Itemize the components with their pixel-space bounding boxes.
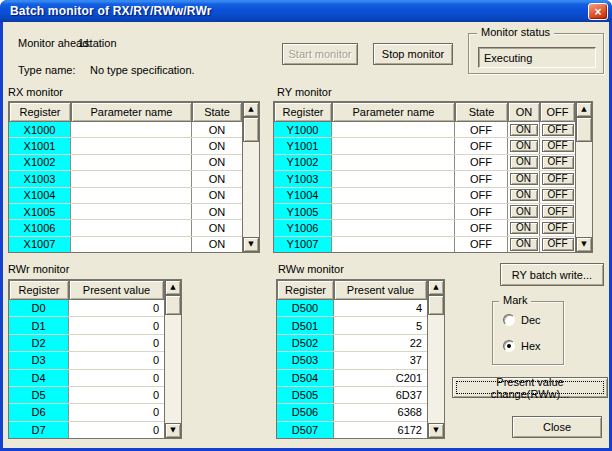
rwr-present-value-cell: 0	[69, 317, 164, 333]
ry-column-header-parameter-name: Parameter name	[332, 102, 455, 122]
ry-off-button[interactable]: OFF	[542, 205, 574, 217]
rx-parameter-cell	[71, 237, 192, 252]
hex-radio-button[interactable]	[503, 340, 515, 352]
present-value-change-label: Present value change(RWw)...	[456, 381, 604, 394]
mark-option-hex[interactable]: Hex	[503, 340, 541, 352]
ry-off-button[interactable]: OFF	[542, 173, 574, 185]
ry-scroll-up-button[interactable]: ▲	[576, 102, 592, 117]
ry-column-header-on: ON	[508, 102, 540, 122]
rx-state-cell: ON	[192, 188, 242, 203]
close-dialog-button[interactable]: Close	[512, 416, 602, 438]
ry-off-button[interactable]: OFF	[542, 124, 574, 136]
ry-on-button[interactable]: ON	[510, 156, 538, 168]
dec-radio-label: Dec	[521, 314, 541, 326]
ry-scroll-down-button[interactable]: ▼	[576, 237, 592, 252]
monitor-ahead-value: 1station	[78, 37, 117, 49]
rx-register-cell: X1002	[9, 155, 71, 170]
rwr-scrollbar-thumb[interactable]	[165, 295, 181, 315]
stop-monitor-button[interactable]: Stop monitor	[373, 43, 453, 65]
rx-monitor-table: Register Parameter name State X1000ONX10…	[8, 101, 260, 253]
ry-on-button[interactable]: ON	[510, 124, 538, 136]
ry-off-button[interactable]: OFF	[542, 222, 574, 234]
mark-option-dec[interactable]: Dec	[503, 314, 541, 326]
rwr-scroll-up-button[interactable]: ▲	[165, 280, 181, 295]
ry-on-button[interactable]: ON	[510, 173, 538, 185]
rwr-scrollbar[interactable]: ▲ ▼	[164, 280, 181, 438]
ry-batch-write-button[interactable]: RY batch write...	[500, 263, 604, 286]
mark-group: Mark Dec Hex	[492, 301, 564, 365]
mark-group-label: Mark	[499, 294, 531, 306]
ry-on-cell: ON	[508, 138, 540, 153]
ry-register-cell: Y1003	[274, 171, 332, 186]
rwr-present-value-cell: 0	[69, 300, 164, 316]
ry-on-button[interactable]: ON	[510, 222, 538, 234]
scroll-down-icon: ▼	[581, 241, 586, 248]
rww-present-value-cell: 6172	[334, 422, 427, 438]
rww-present-value-cell: 37	[334, 352, 427, 368]
table-row: D5066368	[277, 404, 427, 421]
ry-off-button[interactable]: OFF	[542, 156, 574, 168]
table-row: D50	[9, 387, 164, 404]
rww-register-cell: D506	[277, 404, 334, 420]
rww-present-value-cell: 6D37	[334, 387, 427, 403]
present-value-change-button[interactable]: Present value change(RWw)...	[452, 377, 608, 398]
rww-scrollbar-thumb[interactable]	[428, 295, 444, 315]
titlebar[interactable]: Batch monitor of RX/RY/RWw/RWr ×	[0, 0, 612, 22]
rwr-scroll-down-button[interactable]: ▼	[165, 423, 181, 438]
ry-on-button[interactable]: ON	[510, 189, 538, 201]
rww-register-cell: D501	[277, 317, 334, 333]
table-row: D10	[9, 317, 164, 334]
rx-scroll-up-button[interactable]: ▲	[243, 102, 259, 117]
ry-on-button[interactable]: ON	[510, 205, 538, 217]
ry-on-button[interactable]: ON	[510, 140, 538, 152]
ry-off-button[interactable]: OFF	[542, 189, 574, 201]
rww-scrollbar[interactable]: ▲ ▼	[427, 280, 444, 438]
rwr-register-cell: D5	[9, 387, 69, 403]
rx-register-cell: X1001	[9, 138, 71, 153]
ry-scrollbar-thumb[interactable]	[576, 117, 592, 142]
rwr-register-cell: D3	[9, 352, 69, 368]
ry-on-cell: ON	[508, 188, 540, 203]
dec-radio-button[interactable]	[503, 314, 515, 326]
table-row: D30	[9, 352, 164, 369]
ry-parameter-cell	[332, 138, 455, 153]
rwr-register-cell: D2	[9, 335, 69, 351]
ry-on-cell: ON	[508, 237, 540, 252]
ry-off-cell: OFF	[540, 122, 575, 137]
rx-scrollbar-thumb[interactable]	[243, 117, 259, 142]
rx-scrollbar[interactable]: ▲ ▼	[242, 102, 259, 252]
monitor-status-group-label: Monitor status	[477, 26, 554, 38]
rww-present-value-cell: 6368	[334, 404, 427, 420]
ry-on-button[interactable]: ON	[510, 238, 538, 250]
table-row: D5076172	[277, 422, 427, 438]
rx-parameter-cell	[71, 188, 192, 203]
close-button[interactable]: ×	[588, 3, 608, 20]
rx-scroll-down-button[interactable]: ▼	[243, 237, 259, 252]
rx-parameter-cell	[71, 138, 192, 153]
ry-register-cell: Y1005	[274, 204, 332, 219]
rwr-present-value-cell: 0	[69, 335, 164, 351]
ry-scrollbar[interactable]: ▲ ▼	[575, 102, 592, 252]
start-monitor-button[interactable]: Start monitor	[282, 43, 358, 65]
rww-scroll-down-button[interactable]: ▼	[428, 423, 444, 438]
ry-off-button[interactable]: OFF	[542, 238, 574, 250]
table-row: D70	[9, 422, 164, 438]
rwr-column-header-register: Register	[9, 280, 69, 300]
table-row: X1004ON	[9, 188, 242, 204]
scroll-up-icon: ▲	[581, 106, 586, 113]
ry-on-cell: ON	[508, 155, 540, 170]
rwr-register-cell: D4	[9, 370, 69, 386]
table-row: D50222	[277, 335, 427, 352]
table-row: D40	[9, 370, 164, 387]
rx-parameter-cell	[71, 220, 192, 235]
type-name-label: Type name:	[18, 64, 75, 76]
rx-parameter-cell	[71, 171, 192, 186]
scroll-down-icon: ▼	[248, 241, 253, 248]
rww-header-row: Register Present value	[277, 280, 427, 300]
ry-register-cell: Y1000	[274, 122, 332, 137]
ry-monitor-label: RY monitor	[277, 86, 332, 98]
table-row: X1000ON	[9, 122, 242, 138]
ry-off-button[interactable]: OFF	[542, 140, 574, 152]
ry-column-header-register: Register	[274, 102, 332, 122]
rww-scroll-up-button[interactable]: ▲	[428, 280, 444, 295]
